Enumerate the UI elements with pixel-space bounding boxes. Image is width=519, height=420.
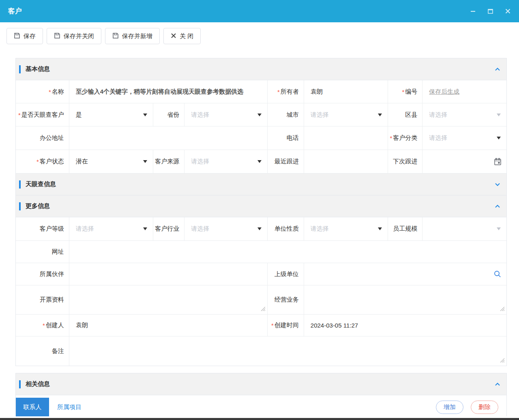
add-button[interactable]: 增加 — [436, 401, 463, 414]
form-row: 所属伙伴 上级单位 — [16, 263, 506, 285]
expand-down-icon[interactable] — [494, 182, 501, 187]
save-button-label: 保存 — [24, 32, 36, 40]
label-partner: 所属伙伴 — [16, 263, 69, 285]
is-tyc-customer-select[interactable]: 是 — [69, 103, 154, 126]
label-next-followup: 下次跟进 — [388, 150, 422, 173]
dropdown-arrow-icon — [497, 227, 501, 230]
label-owner: *所有者 — [268, 80, 304, 103]
remark-textarea[interactable] — [69, 336, 506, 366]
form-row: 办公地址 电话 *客户分类 请选择 — [16, 126, 506, 150]
section-more-info-title: 更多信息 — [26, 202, 50, 210]
resize-handle-icon[interactable] — [261, 306, 266, 313]
label-remark: 备注 — [16, 336, 69, 366]
creator-field: 袁朗 — [69, 315, 268, 336]
label-customer-status: *客户状态 — [16, 150, 69, 173]
customer-form-panel: 基本信息 *名称 至少输入4个关键字，稍等片刻将自动展现天眼查参考数据供选 *所… — [15, 58, 507, 366]
save-button[interactable]: 保存 — [6, 28, 43, 44]
collapse-up-icon[interactable] — [494, 381, 501, 387]
staff-size-select-disabled — [422, 217, 506, 240]
business-scope-textarea[interactable] — [304, 285, 506, 314]
section-accent-bar — [19, 202, 21, 210]
section-related-info: 相关信息 — [16, 373, 506, 395]
collapse-up-icon[interactable] — [494, 66, 501, 72]
tab-projects[interactable]: 所属项目 — [49, 398, 90, 416]
close-icon[interactable] — [505, 8, 511, 14]
dropdown-arrow-icon — [497, 114, 501, 116]
label-code: *编号 — [388, 80, 422, 103]
label-customer-category: *客户分类 — [388, 126, 422, 150]
label-city: 城市 — [268, 103, 304, 126]
resize-handle-icon[interactable] — [500, 306, 505, 313]
label-create-time: *创建时间 — [268, 315, 304, 336]
section-basic-info: 基本信息 — [16, 58, 506, 80]
label-district: 区县 — [388, 103, 422, 126]
section-tyc-info-title: 天眼查信息 — [26, 180, 56, 188]
related-info-panel: 相关信息 联系人 所属项目 增加 删除 — [15, 373, 507, 416]
close-icon — [171, 33, 176, 40]
form-row: *创建人 袁朗 *创建时间 2024-03-05 11:27 — [16, 315, 506, 336]
dropdown-arrow-icon — [257, 114, 262, 116]
section-more-info: 更多信息 — [16, 195, 506, 217]
close-button[interactable]: 关 闭 — [163, 28, 201, 44]
label-org-type: 单位性质 — [268, 217, 304, 240]
org-type-select[interactable]: 请选择 — [304, 217, 388, 240]
dialog-title: 客户 — [8, 6, 22, 16]
customer-status-select[interactable]: 潜在 — [69, 150, 154, 173]
partner-input[interactable] — [69, 263, 268, 285]
section-accent-bar — [19, 380, 21, 388]
save-icon — [54, 32, 60, 40]
code-generated-link[interactable]: 保存后生成 — [429, 88, 459, 96]
save-and-close-button[interactable]: 保存并关闭 — [47, 28, 101, 44]
dropdown-arrow-icon — [143, 160, 147, 163]
section-tyc-info: 天眼查信息 — [16, 174, 506, 195]
customer-level-select[interactable]: 请选择 — [69, 217, 154, 240]
customer-industry-select[interactable]: 请选择 — [184, 217, 268, 240]
minimize-icon[interactable] — [470, 8, 476, 14]
dropdown-arrow-icon — [378, 114, 382, 116]
website-input[interactable] — [69, 241, 506, 263]
resize-handle-icon[interactable] — [500, 357, 505, 364]
form-row: 客户等级 请选择 客户行业 请选择 单位性质 请选择 员工规模 — [16, 217, 506, 241]
owner-field[interactable]: 袁朗 — [304, 80, 388, 103]
invoice-info-textarea[interactable] — [69, 285, 268, 314]
name-input[interactable]: 至少输入4个关键字，稍等片刻将自动展现天眼查参考数据供选 — [69, 80, 268, 103]
save-and-close-button-label: 保存并关闭 — [64, 32, 94, 40]
parent-org-lookup-input[interactable] — [304, 263, 506, 285]
customer-category-select[interactable]: 请选择 — [422, 126, 506, 150]
collapse-up-icon[interactable] — [494, 204, 501, 209]
dropdown-arrow-icon — [143, 227, 147, 230]
label-province: 省份 — [153, 103, 184, 126]
last-followup-input[interactable] — [304, 150, 388, 173]
window-controls — [470, 8, 511, 14]
form-row: *名称 至少输入4个关键字，稍等片刻将自动展现天眼查参考数据供选 *所有者 袁朗… — [16, 80, 506, 103]
label-is-tyc-customer: *是否天眼查客户 — [16, 103, 69, 126]
save-and-new-button-label: 保存并新增 — [122, 32, 152, 40]
save-and-new-button[interactable]: 保存并新增 — [105, 28, 160, 44]
label-phone: 电话 — [268, 126, 304, 150]
toolbar: 保存 保存并关闭 保存并新增 关 闭 — [6, 28, 513, 44]
label-parent-org: 上级单位 — [268, 263, 304, 285]
next-followup-date-input[interactable] — [422, 150, 506, 173]
dropdown-arrow-icon — [143, 114, 147, 116]
tab-contacts[interactable]: 联系人 — [16, 398, 49, 416]
delete-button[interactable]: 删除 — [471, 401, 498, 414]
section-accent-bar — [19, 180, 21, 189]
section-related-info-title: 相关信息 — [26, 380, 50, 388]
city-select[interactable]: 请选择 — [304, 103, 388, 126]
dialog-titlebar: 客户 — [0, 0, 519, 22]
province-select[interactable]: 请选择 — [184, 103, 268, 126]
calendar-icon[interactable] — [494, 158, 502, 165]
related-tabs-bar: 联系人 所属项目 增加 删除 — [16, 395, 506, 416]
dropdown-arrow-icon — [378, 227, 382, 230]
office-address-input[interactable] — [69, 126, 268, 150]
label-website: 网址 — [16, 241, 69, 263]
save-icon — [14, 32, 20, 40]
search-icon[interactable] — [493, 270, 502, 278]
maximize-icon[interactable] — [487, 8, 493, 14]
create-time-field: 2024-03-05 11:27 — [304, 315, 506, 336]
phone-input[interactable] — [304, 126, 388, 150]
dropdown-arrow-icon — [257, 160, 262, 163]
window-bottom-edge — [0, 418, 519, 420]
district-select-disabled: 请选择 — [422, 103, 506, 126]
customer-source-select[interactable]: 请选择 — [184, 150, 268, 173]
